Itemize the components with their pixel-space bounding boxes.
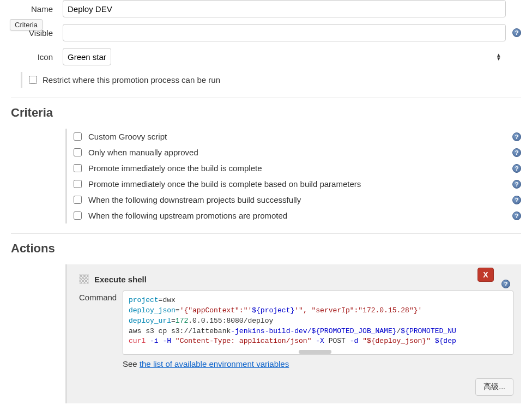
help-icon[interactable]: ?	[512, 28, 521, 37]
criteria-checkbox-1[interactable]	[74, 148, 82, 156]
help-icon[interactable]: ?	[501, 280, 510, 288]
advanced-button[interactable]: 高级...	[475, 378, 513, 396]
horizontal-scrollbar[interactable]	[299, 350, 331, 354]
criteria-checkbox-2[interactable]	[74, 164, 82, 172]
criteria-label: Promote immediately once the build is co…	[88, 164, 506, 173]
criteria-item: Promote immediately once the build is co…	[74, 160, 521, 176]
actions-heading: Actions	[11, 241, 521, 256]
criteria-item: Custom Groovy script ?	[74, 129, 521, 144]
help-icon[interactable]: ?	[512, 132, 521, 141]
divider	[11, 233, 521, 234]
criteria-label: When the following upstream promotions a…	[88, 211, 506, 220]
criteria-checkbox-4[interactable]	[74, 196, 82, 204]
criteria-item: Promote immediately once the build is co…	[74, 176, 521, 192]
command-editor[interactable]: project=dwx deploy_json='{"appContext":"…	[123, 291, 513, 355]
criteria-checkbox-3[interactable]	[74, 180, 82, 188]
criteria-item: When the following downstream projects b…	[74, 192, 521, 208]
icon-select[interactable]: Green star	[63, 48, 111, 65]
criteria-label: Promote immediately once the build is co…	[88, 179, 506, 189]
visible-input[interactable]	[63, 24, 506, 41]
criteria-checkbox-5[interactable]	[74, 211, 82, 220]
env-vars-link[interactable]: the list of available environment variab…	[140, 359, 289, 368]
restrict-row: Restrict where this promotion process ca…	[21, 72, 521, 88]
criteria-item: When the following upstream promotions a…	[74, 208, 521, 223]
restrict-label: Restrict where this promotion process ca…	[43, 75, 220, 84]
divider	[11, 98, 521, 98]
command-label: Command	[79, 291, 123, 302]
criteria-heading: Criteria	[11, 106, 521, 120]
select-arrows-icon: ▴▾	[497, 53, 500, 61]
icon-label: Icon	[11, 52, 63, 62]
name-input[interactable]	[63, 0, 506, 17]
criteria-tooltip: Criteria	[10, 19, 43, 31]
help-icon[interactable]: ?	[512, 148, 521, 157]
criteria-item: Only when manually approved ?	[74, 144, 521, 160]
help-icon[interactable]: ?	[512, 180, 521, 189]
delete-action-button[interactable]: X	[477, 268, 494, 282]
help-icon[interactable]: ?	[512, 211, 521, 220]
criteria-label: Custom Groovy script	[88, 132, 506, 141]
criteria-label: Only when manually approved	[88, 148, 506, 157]
restrict-checkbox[interactable]	[29, 76, 37, 84]
criteria-checkbox-0[interactable]	[74, 132, 82, 141]
env-vars-hint: See the list of available environment va…	[123, 359, 513, 368]
name-label: Name	[11, 4, 63, 14]
drag-handle-icon[interactable]	[79, 274, 89, 284]
criteria-label: When the following downstream projects b…	[88, 195, 506, 204]
help-icon[interactable]: ?	[512, 164, 521, 173]
help-icon[interactable]: ?	[512, 196, 521, 204]
action-title: Execute shell	[94, 275, 147, 284]
